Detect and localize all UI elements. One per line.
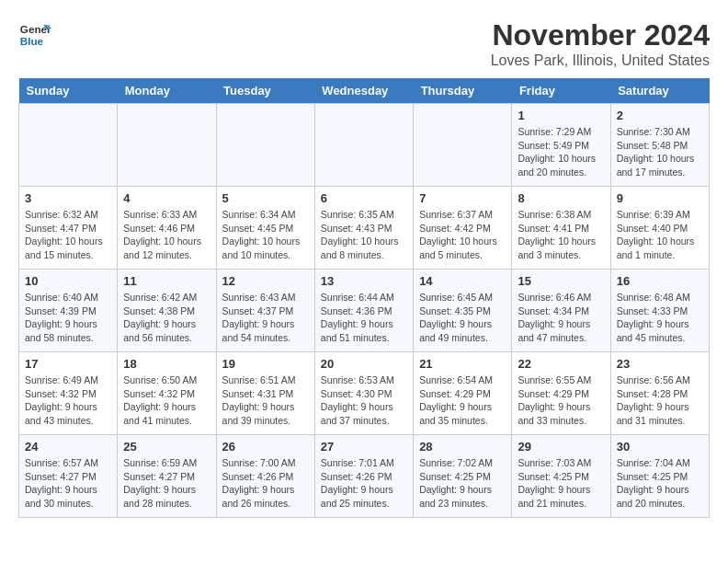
calendar-cell: 24Sunrise: 6:57 AM Sunset: 4:27 PM Dayli…: [19, 435, 118, 518]
calendar-cell: [414, 104, 512, 187]
day-info: Sunrise: 7:30 AM Sunset: 5:48 PM Dayligh…: [617, 125, 703, 179]
day-number: 22: [518, 357, 604, 371]
calendar-cell: 18Sunrise: 6:50 AM Sunset: 4:32 PM Dayli…: [118, 352, 216, 435]
day-number: 14: [419, 274, 506, 288]
day-info: Sunrise: 6:38 AM Sunset: 4:41 PM Dayligh…: [518, 208, 604, 262]
day-number: 30: [617, 440, 703, 454]
day-info: Sunrise: 6:45 AM Sunset: 4:35 PM Dayligh…: [419, 291, 506, 345]
day-number: 11: [123, 274, 210, 288]
calendar-cell: 30Sunrise: 7:04 AM Sunset: 4:25 PM Dayli…: [610, 435, 709, 518]
day-info: Sunrise: 6:57 AM Sunset: 4:27 PM Dayligh…: [25, 456, 111, 511]
day-info: Sunrise: 6:59 AM Sunset: 4:27 PM Dayligh…: [123, 456, 210, 511]
calendar-week-row: 10Sunrise: 6:40 AM Sunset: 4:39 PM Dayli…: [19, 270, 710, 352]
calendar-cell: 21Sunrise: 6:54 AM Sunset: 4:29 PM Dayli…: [414, 352, 512, 435]
calendar-cell: 26Sunrise: 7:00 AM Sunset: 4:26 PM Dayli…: [216, 435, 314, 518]
day-info: Sunrise: 6:53 AM Sunset: 4:30 PM Dayligh…: [321, 373, 407, 428]
location: Loves Park, Illinois, United States: [491, 52, 710, 69]
svg-text:Blue: Blue: [20, 35, 44, 47]
day-number: 12: [222, 274, 309, 288]
day-number: 19: [222, 357, 309, 371]
day-number: 15: [518, 274, 604, 288]
day-number: 23: [617, 357, 703, 371]
day-info: Sunrise: 6:37 AM Sunset: 4:42 PM Dayligh…: [419, 208, 506, 262]
day-number: 29: [518, 440, 604, 454]
weekday-header: Saturday: [610, 78, 709, 104]
weekday-header: Friday: [512, 78, 610, 104]
calendar-cell: 25Sunrise: 6:59 AM Sunset: 4:27 PM Dayli…: [118, 435, 216, 518]
calendar-cell: 5Sunrise: 6:34 AM Sunset: 4:45 PM Daylig…: [216, 187, 314, 270]
weekday-header: Tuesday: [216, 78, 314, 104]
svg-text:General: General: [20, 23, 51, 35]
day-number: 21: [419, 357, 506, 371]
day-info: Sunrise: 6:55 AM Sunset: 4:29 PM Dayligh…: [518, 373, 604, 428]
calendar-cell: 12Sunrise: 6:43 AM Sunset: 4:37 PM Dayli…: [216, 270, 314, 352]
calendar-cell: [216, 104, 314, 187]
day-number: 28: [419, 440, 506, 454]
day-info: Sunrise: 6:46 AM Sunset: 4:34 PM Dayligh…: [518, 291, 604, 345]
calendar-week-row: 3Sunrise: 6:32 AM Sunset: 4:47 PM Daylig…: [19, 187, 710, 270]
calendar-cell: 2Sunrise: 7:30 AM Sunset: 5:48 PM Daylig…: [610, 104, 709, 187]
weekday-header: Thursday: [414, 78, 512, 104]
day-number: 20: [321, 357, 407, 371]
day-info: Sunrise: 7:01 AM Sunset: 4:26 PM Dayligh…: [321, 456, 407, 511]
weekday-header-row: SundayMondayTuesdayWednesdayThursdayFrid…: [19, 78, 710, 104]
calendar-cell: 29Sunrise: 7:03 AM Sunset: 4:25 PM Dayli…: [512, 435, 610, 518]
day-number: 7: [419, 191, 506, 205]
title-area: November 2024 Loves Park, Illinois, Unit…: [491, 18, 710, 69]
calendar-cell: 15Sunrise: 6:46 AM Sunset: 4:34 PM Dayli…: [512, 270, 610, 352]
day-number: 5: [222, 191, 309, 205]
calendar-cell: 11Sunrise: 6:42 AM Sunset: 4:38 PM Dayli…: [118, 270, 216, 352]
calendar-week-row: 17Sunrise: 6:49 AM Sunset: 4:32 PM Dayli…: [19, 352, 710, 435]
day-number: 25: [123, 440, 210, 454]
day-number: 13: [321, 274, 407, 288]
calendar-cell: 14Sunrise: 6:45 AM Sunset: 4:35 PM Dayli…: [414, 270, 512, 352]
calendar-cell: 23Sunrise: 6:56 AM Sunset: 4:28 PM Dayli…: [610, 352, 709, 435]
day-number: 4: [123, 191, 210, 205]
day-number: 24: [25, 440, 111, 454]
day-number: 16: [617, 274, 703, 288]
day-info: Sunrise: 7:29 AM Sunset: 5:49 PM Dayligh…: [518, 125, 604, 179]
calendar-week-row: 1Sunrise: 7:29 AM Sunset: 5:49 PM Daylig…: [19, 104, 710, 187]
calendar-cell: 4Sunrise: 6:33 AM Sunset: 4:46 PM Daylig…: [118, 187, 216, 270]
day-number: 18: [123, 357, 210, 371]
calendar-cell: [314, 104, 413, 187]
calendar-cell: 10Sunrise: 6:40 AM Sunset: 4:39 PM Dayli…: [19, 270, 118, 352]
calendar-cell: 27Sunrise: 7:01 AM Sunset: 4:26 PM Dayli…: [314, 435, 413, 518]
weekday-header: Monday: [118, 78, 216, 104]
weekday-header: Wednesday: [314, 78, 413, 104]
calendar-cell: 9Sunrise: 6:39 AM Sunset: 4:40 PM Daylig…: [610, 187, 709, 270]
day-info: Sunrise: 6:34 AM Sunset: 4:45 PM Dayligh…: [222, 208, 309, 262]
day-number: 9: [617, 191, 703, 205]
page-header: General Blue November 2024 Loves Park, I…: [18, 18, 710, 69]
day-info: Sunrise: 6:43 AM Sunset: 4:37 PM Dayligh…: [222, 291, 309, 345]
logo-icon: General Blue: [18, 18, 51, 52]
calendar-week-row: 24Sunrise: 6:57 AM Sunset: 4:27 PM Dayli…: [19, 435, 710, 518]
calendar-cell: 17Sunrise: 6:49 AM Sunset: 4:32 PM Dayli…: [19, 352, 118, 435]
logo: General Blue: [18, 18, 51, 52]
calendar-cell: 22Sunrise: 6:55 AM Sunset: 4:29 PM Dayli…: [512, 352, 610, 435]
calendar-cell: 6Sunrise: 6:35 AM Sunset: 4:43 PM Daylig…: [314, 187, 413, 270]
calendar-cell: 16Sunrise: 6:48 AM Sunset: 4:33 PM Dayli…: [610, 270, 709, 352]
calendar-cell: 13Sunrise: 6:44 AM Sunset: 4:36 PM Dayli…: [314, 270, 413, 352]
day-info: Sunrise: 6:44 AM Sunset: 4:36 PM Dayligh…: [321, 291, 407, 345]
day-info: Sunrise: 7:03 AM Sunset: 4:25 PM Dayligh…: [518, 456, 604, 511]
day-info: Sunrise: 6:40 AM Sunset: 4:39 PM Dayligh…: [25, 291, 111, 345]
day-info: Sunrise: 7:02 AM Sunset: 4:25 PM Dayligh…: [419, 456, 506, 511]
day-info: Sunrise: 6:50 AM Sunset: 4:32 PM Dayligh…: [123, 373, 210, 428]
day-info: Sunrise: 6:49 AM Sunset: 4:32 PM Dayligh…: [25, 373, 111, 428]
day-number: 10: [25, 274, 111, 288]
calendar-cell: 7Sunrise: 6:37 AM Sunset: 4:42 PM Daylig…: [414, 187, 512, 270]
day-info: Sunrise: 6:33 AM Sunset: 4:46 PM Dayligh…: [123, 208, 210, 262]
calendar-cell: 19Sunrise: 6:51 AM Sunset: 4:31 PM Dayli…: [216, 352, 314, 435]
calendar-cell: 3Sunrise: 6:32 AM Sunset: 4:47 PM Daylig…: [19, 187, 118, 270]
day-info: Sunrise: 6:56 AM Sunset: 4:28 PM Dayligh…: [617, 373, 703, 428]
weekday-header: Sunday: [19, 78, 118, 104]
calendar-cell: [118, 104, 216, 187]
calendar-cell: [19, 104, 118, 187]
calendar-cell: 1Sunrise: 7:29 AM Sunset: 5:49 PM Daylig…: [512, 104, 610, 187]
day-number: 27: [321, 440, 407, 454]
day-info: Sunrise: 6:42 AM Sunset: 4:38 PM Dayligh…: [123, 291, 210, 345]
day-info: Sunrise: 6:51 AM Sunset: 4:31 PM Dayligh…: [222, 373, 309, 428]
day-number: 26: [222, 440, 309, 454]
month-title: November 2024: [491, 18, 710, 52]
